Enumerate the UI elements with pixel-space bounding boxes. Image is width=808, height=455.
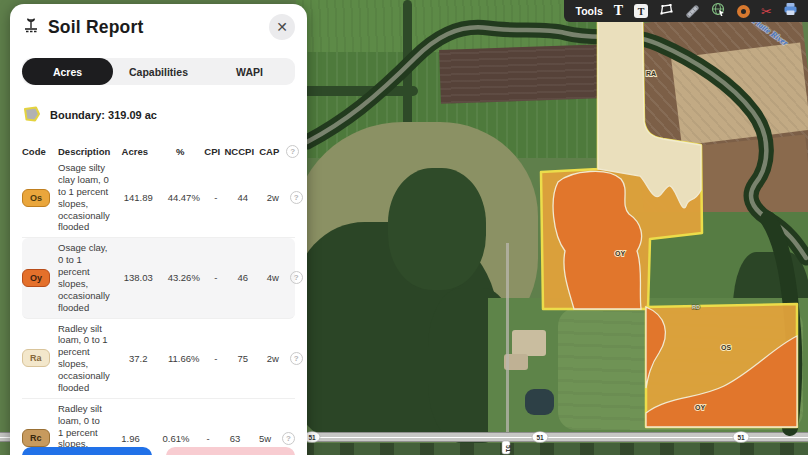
- soil-acres: 37.2: [116, 353, 161, 364]
- soil-cap: 2w: [261, 353, 285, 364]
- panel-actions: Print Delete: [22, 447, 295, 455]
- polygon-tool-icon[interactable]: [659, 2, 674, 20]
- help-icon[interactable]: ?: [290, 271, 303, 284]
- route-shield-vertical: 51: [502, 441, 512, 454]
- soil-description: Osage silty clay loam, 0 to 1 percent sl…: [58, 162, 114, 233]
- panel-title: Soil Report: [48, 17, 144, 38]
- help-icon[interactable]: ?: [282, 432, 295, 445]
- print-tool-icon[interactable]: [783, 2, 798, 20]
- soil-acres: 141.89: [116, 192, 161, 203]
- tools-label: Tools: [576, 5, 603, 17]
- boxed-text-tool-icon[interactable]: T: [634, 4, 648, 18]
- soil-nccpi: 44: [227, 192, 259, 203]
- soil-cpi: -: [207, 272, 225, 283]
- soil-nccpi: 75: [227, 353, 259, 364]
- map-soil-label-ra: RA: [646, 70, 656, 77]
- boundary-summary: Boundary: 319.09 ac: [22, 105, 295, 125]
- table-header-row: Code Description Acres % CPI NCCPI CAP ?: [22, 145, 295, 158]
- col-percent: %: [159, 146, 201, 157]
- help-icon[interactable]: ?: [290, 191, 303, 204]
- delete-button[interactable]: Delete: [166, 447, 296, 455]
- soil-code-badge: Ra: [22, 349, 50, 367]
- cut-tool-icon[interactable]: ✂: [761, 5, 772, 18]
- panel-header: Soil Report ✕: [22, 14, 295, 40]
- soil-cpi: -: [207, 353, 225, 364]
- soil-percent: 11.66%: [163, 353, 205, 364]
- svg-text:51: 51: [537, 434, 545, 441]
- col-description: Description: [58, 146, 110, 157]
- soil-percent: 0.61%: [155, 433, 197, 444]
- soil-report-icon: [22, 16, 40, 38]
- boundary-label: Boundary: 319.09 ac: [50, 109, 157, 121]
- soil-code-badge: Oy: [22, 269, 50, 287]
- soil-cpi: -: [207, 192, 225, 203]
- soil-report-panel: Soil Report ✕ Acres Capabilities WAPI Bo…: [10, 4, 307, 455]
- globe-tool-icon[interactable]: [711, 2, 726, 21]
- soil-code-badge: Rc: [22, 429, 50, 447]
- soil-code-badge: Os: [22, 189, 50, 207]
- soil-acres: 1.96: [108, 433, 153, 444]
- svg-text:51: 51: [505, 445, 512, 453]
- route-shield: 51: [532, 432, 548, 443]
- col-code: Code: [22, 146, 56, 157]
- soil-percent: 44.47%: [163, 192, 205, 203]
- soil-table-row[interactable]: Ra Radley silt loam, 0 to 1 percent slop…: [22, 319, 295, 399]
- tab-acres[interactable]: Acres: [22, 58, 113, 85]
- map-soil-label-os: OS: [721, 344, 731, 351]
- help-icon[interactable]: ?: [290, 352, 303, 365]
- col-nccpi: NCCPI: [223, 146, 255, 157]
- donut-tool-icon[interactable]: [737, 5, 750, 18]
- map-soil-label-oy2: OY: [695, 404, 705, 411]
- measure-tool-icon[interactable]: [686, 4, 700, 18]
- map-soil-label-oy: OY: [615, 250, 625, 257]
- soil-cpi: -: [199, 433, 217, 444]
- map-toolbar: Tools T T ✂: [564, 0, 808, 22]
- soil-cap: 5w: [253, 433, 277, 444]
- soil-table-row[interactable]: Oy Osage clay, 0 to 1 percent slopes, oc…: [22, 238, 295, 318]
- text-tool-icon[interactable]: T: [614, 4, 623, 18]
- soil-nccpi: 46: [227, 272, 259, 283]
- boundary-shape-icon: [22, 105, 42, 125]
- svg-text:51: 51: [738, 434, 746, 441]
- svg-text:51: 51: [309, 434, 317, 441]
- soil-nccpi: 63: [219, 433, 251, 444]
- close-icon[interactable]: ✕: [269, 14, 295, 40]
- soil-cap: 2w: [261, 192, 285, 203]
- col-cap: CAP: [257, 146, 281, 157]
- route-shield: 51: [733, 432, 749, 443]
- tab-wapi[interactable]: WAPI: [204, 58, 295, 85]
- soil-table-row[interactable]: Os Osage silty clay loam, 0 to 1 percent…: [22, 158, 295, 238]
- soil-percent: 43.26%: [163, 272, 205, 283]
- col-cpi: CPI: [203, 146, 221, 157]
- soil-cap: 4w: [261, 272, 285, 283]
- print-button[interactable]: Print: [22, 447, 152, 455]
- help-icon[interactable]: ?: [286, 145, 299, 158]
- tab-bar: Acres Capabilities WAPI: [22, 58, 295, 85]
- soil-description: Osage clay, 0 to 1 percent slopes, occas…: [58, 242, 114, 313]
- road-label: RD: [692, 304, 700, 310]
- tab-capabilities[interactable]: Capabilities: [113, 58, 204, 85]
- soil-acres: 138.03: [116, 272, 161, 283]
- soil-description: Radley silt loam, 0 to 1 percent slopes,…: [58, 323, 114, 394]
- col-acres: Acres: [112, 146, 157, 157]
